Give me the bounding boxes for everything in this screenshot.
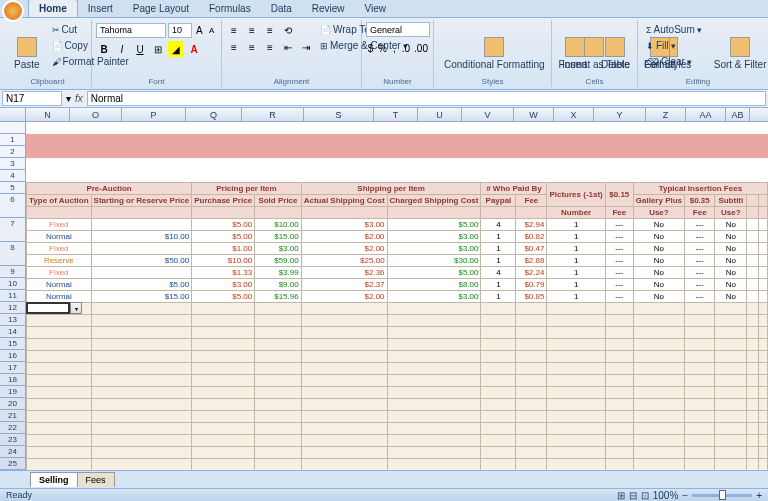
col-header-N[interactable]: N xyxy=(26,108,70,121)
table-row[interactable] xyxy=(27,387,768,399)
row-header[interactable]: 25 xyxy=(0,458,25,470)
align-left-button[interactable]: ≡ xyxy=(226,39,242,55)
col-header-Q[interactable]: Q xyxy=(186,108,242,121)
row-header[interactable]: 6 xyxy=(0,194,25,218)
row-header[interactable]: 11 xyxy=(0,290,25,302)
font-color-button[interactable]: A xyxy=(186,41,202,57)
ribbon-tab-review[interactable]: Review xyxy=(302,0,355,17)
row-header[interactable]: 7 xyxy=(0,218,25,242)
indent-dec-button[interactable]: ⇤ xyxy=(280,39,296,55)
table-row[interactable] xyxy=(27,423,768,435)
office-button[interactable] xyxy=(2,0,24,22)
zoom-slider[interactable] xyxy=(692,494,752,497)
name-box[interactable] xyxy=(2,91,62,106)
table-row[interactable] xyxy=(27,351,768,363)
col-header-AB[interactable]: AB xyxy=(726,108,750,121)
table-row[interactable]: Normal$10.00 $5.00$15.00 $2.00$3.00 1$0.… xyxy=(27,231,768,243)
row-header[interactable]: 22 xyxy=(0,422,25,434)
table-row[interactable] xyxy=(27,363,768,375)
row-header[interactable]: 20 xyxy=(0,398,25,410)
inc-decimal-button[interactable]: .0 xyxy=(401,40,411,56)
align-center-button[interactable]: ≡ xyxy=(244,39,260,55)
table-row[interactable] xyxy=(27,315,768,327)
col-header-W[interactable]: W xyxy=(514,108,554,121)
row-header[interactable]: 21 xyxy=(0,410,25,422)
shrink-font-button[interactable]: A xyxy=(207,22,218,38)
underline-button[interactable]: U xyxy=(132,41,148,57)
clear-button[interactable]: ⌫ Clear ▾ xyxy=(642,54,706,69)
col-header-S[interactable]: S xyxy=(304,108,374,121)
dec-decimal-button[interactable]: .00 xyxy=(413,40,429,56)
align-top-button[interactable]: ≡ xyxy=(226,22,242,38)
select-all-corner[interactable] xyxy=(0,108,26,121)
table-row[interactable] xyxy=(27,339,768,351)
sheet-tab-selling[interactable]: Selling xyxy=(30,472,78,487)
ribbon-tab-view[interactable]: View xyxy=(355,0,397,17)
align-middle-button[interactable]: ≡ xyxy=(244,22,260,38)
row-header[interactable]: 8 xyxy=(0,242,25,266)
table-row[interactable] xyxy=(27,435,768,447)
italic-button[interactable]: I xyxy=(114,41,130,57)
cells-area[interactable]: Pre-Auction Pricing per Item Shipping pe… xyxy=(26,122,768,470)
align-bottom-button[interactable]: ≡ xyxy=(262,22,278,38)
row-header[interactable]: 17 xyxy=(0,362,25,374)
sort-filter-button[interactable]: Sort & Filter xyxy=(708,22,768,85)
row-header[interactable]: 3 xyxy=(0,158,25,170)
col-header-R[interactable]: R xyxy=(242,108,304,121)
col-header-X[interactable]: X xyxy=(554,108,594,121)
table-row[interactable]: Fixed $1.00$3.00 $2.00$3.00 1$0.47 1--- … xyxy=(27,243,768,255)
zoom-level[interactable]: 100% xyxy=(653,490,679,501)
row-header[interactable] xyxy=(0,122,25,134)
col-header-AA[interactable]: AA xyxy=(686,108,726,121)
ribbon-tab-formulas[interactable]: Formulas xyxy=(199,0,261,17)
col-header-Y[interactable]: Y xyxy=(594,108,646,121)
row-header[interactable]: 10 xyxy=(0,278,25,290)
grow-font-button[interactable]: A xyxy=(194,22,205,38)
name-box-dropdown-icon[interactable]: ▾ xyxy=(66,93,71,104)
view-normal-icon[interactable]: ⊞ xyxy=(617,490,625,501)
col-header-U[interactable]: U xyxy=(418,108,462,121)
align-right-button[interactable]: ≡ xyxy=(262,39,278,55)
ribbon-tab-home[interactable]: Home xyxy=(28,0,78,17)
table-row[interactable] xyxy=(27,459,768,471)
table-row[interactable] xyxy=(27,447,768,459)
comma-button[interactable]: , xyxy=(390,40,399,56)
table-row[interactable] xyxy=(27,375,768,387)
col-header-V[interactable]: V xyxy=(462,108,514,121)
col-header-O[interactable]: O xyxy=(70,108,122,121)
table-row[interactable]: Fixed $5.00$10.00 $3.00$5.00 4$2.94 1---… xyxy=(27,219,768,231)
table-row[interactable] xyxy=(27,399,768,411)
row-header[interactable]: 4 xyxy=(0,170,25,182)
formula-input[interactable] xyxy=(87,91,766,106)
row-header[interactable]: 16 xyxy=(0,350,25,362)
insert-cells-button[interactable]: Insert xyxy=(556,22,593,85)
orientation-button[interactable]: ⟲ xyxy=(280,22,296,38)
sheet-tab-fees[interactable]: Fees xyxy=(77,472,115,487)
row-header[interactable]: 24 xyxy=(0,446,25,458)
currency-button[interactable]: $ xyxy=(366,40,375,56)
row-header[interactable]: 2 xyxy=(0,146,25,158)
fill-color-button[interactable]: ◢ xyxy=(168,41,184,57)
view-layout-icon[interactable]: ⊟ xyxy=(629,490,637,501)
fx-icon[interactable]: fx xyxy=(75,93,83,104)
row-header[interactable]: 9 xyxy=(0,266,25,278)
percent-button[interactable]: % xyxy=(377,40,388,56)
paste-button[interactable]: Paste xyxy=(8,22,46,85)
number-format-select[interactable] xyxy=(366,22,430,37)
row-header[interactable]: 15 xyxy=(0,338,25,350)
ribbon-tab-page-layout[interactable]: Page Layout xyxy=(123,0,199,17)
fill-button[interactable]: ⬇ Fill ▾ xyxy=(642,38,706,53)
row-header[interactable]: 12 xyxy=(0,302,25,314)
table-row[interactable]: Fixed $1.33$3.99 $2.36$5.00 4$2.24 1--- … xyxy=(27,267,768,279)
col-header-T[interactable]: T xyxy=(374,108,418,121)
zoom-in-button[interactable]: + xyxy=(756,490,762,501)
row-header[interactable]: 13 xyxy=(0,314,25,326)
col-header-Z[interactable]: Z xyxy=(646,108,686,121)
table-row[interactable] xyxy=(27,327,768,339)
border-button[interactable]: ⊞ xyxy=(150,41,166,57)
row-header[interactable]: 5 xyxy=(0,182,25,194)
col-header-P[interactable]: P xyxy=(122,108,186,121)
autosum-button[interactable]: Σ AutoSum ▾ xyxy=(642,22,706,37)
font-name-select[interactable] xyxy=(96,23,166,38)
indent-inc-button[interactable]: ⇥ xyxy=(298,39,314,55)
